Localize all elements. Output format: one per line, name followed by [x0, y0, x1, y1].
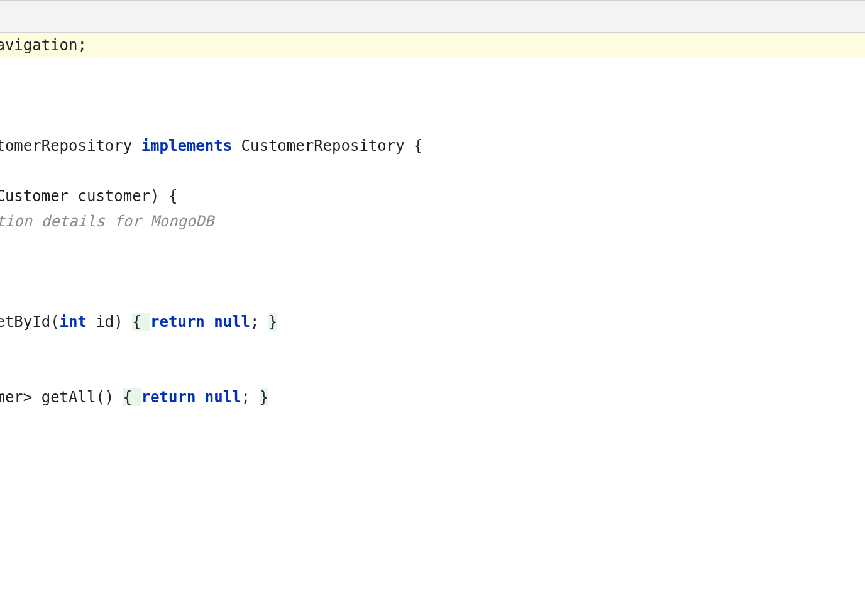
code-text: public Customer getById( [0, 313, 60, 331]
code-line-empty[interactable] [0, 234, 865, 259]
code-line-empty[interactable] [0, 108, 865, 133]
code-text: public class MongoCustomerRepository [0, 137, 141, 155]
code-line-class-decl[interactable]: public class MongoCustomerRepository imp… [0, 133, 865, 158]
code-text: public List<Customer> getAll() [0, 388, 123, 406]
code-text: CustomerRepository { [232, 137, 422, 155]
keyword-return-null: return null [141, 388, 241, 406]
folded-body-end: } [260, 388, 268, 406]
folded-body-start: { [123, 388, 141, 406]
keyword-return-null: return null [150, 313, 250, 331]
code-line-comment[interactable]: // Implementation details for MongoDB [0, 209, 865, 234]
editor-toolbar [0, 1, 865, 33]
code-line-empty[interactable] [0, 259, 865, 284]
folded-body-end: } [268, 313, 277, 331]
code-text: id) [87, 313, 132, 331]
code-text: ; [241, 388, 260, 406]
code-text: ; [250, 313, 268, 331]
code-line-empty[interactable] [0, 58, 865, 83]
code-line-empty[interactable] [0, 83, 865, 108]
keyword-implements: implements [141, 137, 233, 155]
code-text: public void save(Customer customer) { [0, 187, 177, 205]
code-line-package[interactable]: package com.example.navigation; [0, 33, 865, 58]
code-line-empty[interactable] [0, 360, 865, 385]
code-line-empty[interactable] [0, 334, 865, 360]
keyword-int: int [60, 313, 87, 331]
code-line-method-getbyid[interactable]: public Customer getById(int id) { return… [0, 309, 865, 334]
code-line-empty[interactable] [0, 284, 865, 309]
code-text: package com.example.navigation; [0, 36, 87, 54]
code-line-method-getall[interactable]: public List<Customer> getAll() { return … [0, 385, 865, 410]
code-editor[interactable]: package com.example.navigation; public c… [0, 33, 865, 410]
code-line-empty[interactable] [0, 158, 865, 184]
comment-text: // Implementation details for MongoDB [0, 212, 214, 230]
code-line-method-save[interactable]: public void save(Customer customer) { [0, 184, 865, 209]
folded-body-start: { [132, 313, 150, 331]
